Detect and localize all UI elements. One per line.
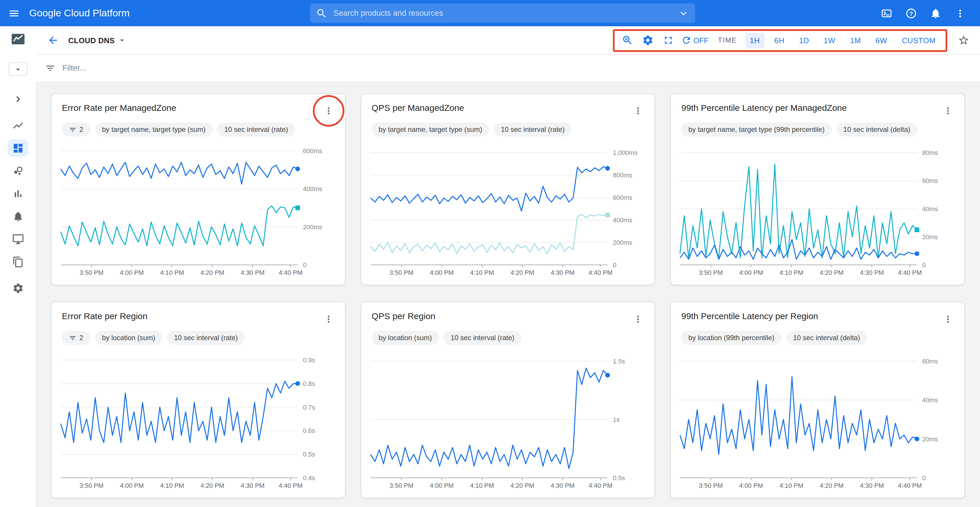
kebab-menu-icon (633, 106, 644, 116)
svg-text:4:40 PM: 4:40 PM (279, 482, 303, 489)
chart-chip: 10 sec interval (rate) (494, 122, 572, 137)
cloud-shell-icon (881, 7, 892, 19)
time-label: TIME (718, 36, 737, 45)
chart-chip: by target name, target type (sum) (372, 122, 489, 137)
help-button[interactable]: ? (900, 3, 922, 24)
header-actions: ? (876, 3, 970, 24)
chart-zoom-button[interactable] (620, 33, 635, 48)
svg-text:4:20 PM: 4:20 PM (200, 482, 224, 489)
refresh-icon (681, 35, 692, 46)
svg-text:4:10 PM: 4:10 PM (160, 269, 184, 276)
more-options-icon (954, 7, 966, 19)
svg-text:0.9s: 0.9s (303, 356, 315, 364)
sidebar-item-metrics-explorer[interactable] (6, 114, 29, 137)
svg-text:4:10 PM: 4:10 PM (470, 482, 494, 489)
more-options-button[interactable] (950, 3, 970, 24)
chart-chips: by target name, target type (sum)10 sec … (361, 121, 654, 139)
notifications-button[interactable] (925, 3, 946, 24)
cloud-shell-button[interactable] (876, 3, 897, 24)
svg-text:4:20 PM: 4:20 PM (200, 269, 224, 276)
hamburger-menu-button[interactable] (0, 0, 28, 26)
back-button[interactable] (44, 31, 62, 49)
caret-down-icon (117, 36, 126, 45)
svg-text:3:50 PM: 3:50 PM (389, 482, 413, 489)
sidebar-item-metrics[interactable] (6, 182, 29, 205)
time-range-1m[interactable]: 1M (845, 32, 865, 48)
svg-text:600ms: 600ms (303, 147, 322, 154)
app-header: Google Cloud Platform ? (0, 0, 980, 26)
svg-text:4:30 PM: 4:30 PM (241, 269, 265, 276)
sidebar-item-settings[interactable] (6, 277, 29, 299)
time-range-1d[interactable]: 1D (794, 32, 814, 48)
chart-menu-button[interactable] (940, 103, 956, 119)
gear-icon (642, 35, 654, 46)
line-chart: 1.5s1s0.5s3:50 PM4:00 PM4:10 PM4:20 PM4:… (367, 348, 640, 493)
chart-menu-button[interactable] (940, 311, 956, 327)
svg-text:3:50 PM: 3:50 PM (389, 269, 413, 276)
sidebar-item-uptime-checks[interactable] (6, 227, 29, 250)
svg-text:4:10 PM: 4:10 PM (160, 482, 184, 489)
favorite-button[interactable] (954, 31, 973, 49)
settings-button[interactable] (640, 33, 655, 48)
global-search[interactable] (310, 3, 695, 23)
search-input[interactable] (332, 8, 678, 18)
time-range-6w[interactable]: 6W (871, 32, 892, 48)
chart-menu-button[interactable] (320, 103, 336, 119)
dashboard-selector[interactable]: CLOUD DNS (68, 36, 126, 45)
svg-text:60ms: 60ms (923, 177, 938, 184)
chevron-down-icon[interactable] (678, 7, 690, 19)
filter-icon (69, 126, 76, 134)
svg-text:400ms: 400ms (303, 185, 322, 192)
chart-chips: by target name, target type (99th percen… (671, 121, 964, 139)
kebab-menu-icon (633, 314, 644, 324)
sidebar-item-dashboards-list[interactable] (6, 250, 29, 273)
auto-refresh-toggle[interactable]: OFF (681, 35, 709, 46)
scope-selector[interactable] (8, 62, 27, 76)
time-range-1h[interactable]: 1H (745, 32, 764, 48)
sidebar-item-dashboards[interactable] (6, 137, 29, 159)
filter-count-chip[interactable]: 2 (62, 331, 90, 345)
chart-chip: by target name, target type (sum) (95, 122, 212, 137)
sidebar-item-groups[interactable] (6, 159, 29, 182)
header-search-area (130, 3, 876, 23)
time-range-custom[interactable]: CUSTOM (897, 32, 940, 48)
svg-text:0: 0 (612, 261, 616, 269)
svg-text:60ms: 60ms (923, 358, 938, 365)
filter-count-chip[interactable]: 2 (62, 122, 90, 137)
line-chart: 600ms400ms200ms03:50 PM4:00 PM4:10 PM4:2… (57, 140, 330, 280)
chart-card-error-rate-region: Error Rate per Region 2by location (sum)… (51, 302, 345, 498)
chart-chip: by target name, target type (99th percen… (681, 122, 832, 137)
chart-chips: by location (sum)10 sec interval (rate) (361, 330, 654, 347)
svg-text:4:00 PM: 4:00 PM (430, 269, 453, 276)
chart-menu-button[interactable] (320, 311, 336, 327)
sidebar-item-alerting[interactable] (6, 205, 29, 227)
svg-text:4:20 PM: 4:20 PM (510, 269, 534, 276)
svg-text:80ms: 80ms (923, 149, 938, 156)
svg-text:0.5s: 0.5s (612, 474, 625, 482)
chart-title: 99th Percentile Latency per Region (681, 311, 818, 321)
svg-text:4:00 PM: 4:00 PM (430, 482, 453, 489)
help-icon: ? (905, 7, 917, 19)
sidebar (0, 26, 36, 507)
bar-chart-icon (12, 188, 24, 199)
fullscreen-button[interactable] (661, 33, 676, 48)
chart-card-latency-managedzone: 99th Percentile Latency per ManagedZone … (670, 93, 965, 285)
svg-text:1s: 1s (612, 416, 619, 423)
expand-nav-button[interactable] (6, 87, 29, 110)
chevron-right-icon (12, 93, 24, 105)
chart-menu-button[interactable] (630, 311, 646, 327)
svg-text:0.5s: 0.5s (303, 451, 315, 458)
chart-menu-button[interactable] (630, 103, 646, 119)
cards-grid: Error Rate per ManagedZone 2by target na… (36, 81, 980, 507)
filter-input[interactable] (61, 63, 295, 73)
svg-text:1.5s: 1.5s (612, 358, 625, 365)
chart-title: Error Rate per Region (62, 311, 147, 321)
svg-text:4:10 PM: 4:10 PM (780, 269, 803, 276)
time-range-6h[interactable]: 6H (770, 32, 789, 48)
dashboard-title: CLOUD DNS (68, 36, 115, 45)
kebab-menu-icon (943, 106, 953, 116)
svg-text:4:30 PM: 4:30 PM (550, 269, 574, 276)
time-range-1w[interactable]: 1W (819, 32, 840, 48)
svg-text:200ms: 200ms (612, 239, 632, 246)
svg-text:40ms: 40ms (923, 396, 938, 404)
